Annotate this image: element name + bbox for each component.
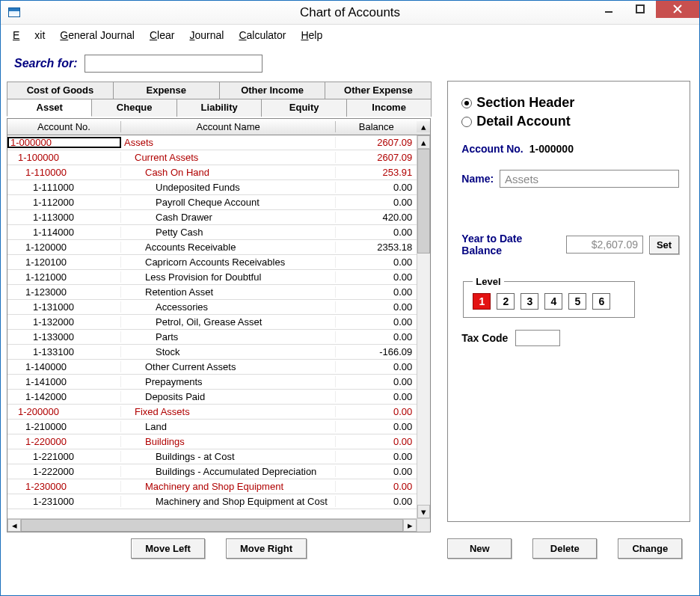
move-left-button[interactable]: Move Left — [131, 538, 205, 559]
col-header-account-no[interactable]: Account No. — [7, 121, 121, 132]
cell-account-name: Accessories — [121, 301, 336, 313]
radio-detail-account-label: Detail Account — [476, 114, 570, 129]
set-button[interactable]: Set — [649, 236, 679, 254]
search-input[interactable] — [85, 55, 262, 73]
level-3[interactable]: 3 — [521, 293, 538, 310]
level-5[interactable]: 5 — [568, 293, 586, 310]
cell-account-name: Capricorn Accounts Receivables — [121, 256, 336, 268]
scroll-thumb[interactable] — [417, 149, 430, 254]
col-header-account-name[interactable]: Account Name — [121, 121, 336, 132]
tab-income[interactable]: Income — [346, 99, 432, 117]
table-row[interactable]: 1-120000Accounts Receivable2353.18 — [7, 240, 417, 255]
table-row[interactable]: 1-000000Assets2607.09 — [7, 135, 417, 150]
table-row[interactable]: 1-123000Retention Asset0.00 — [7, 285, 417, 300]
scroll-right-icon[interactable]: ▸ — [403, 519, 417, 532]
tab-liability[interactable]: Liability — [176, 99, 262, 117]
table-row[interactable]: 1-220000Buildings0.00 — [7, 434, 417, 449]
level-2[interactable]: 2 — [497, 293, 515, 310]
table-row[interactable]: 1-111000Undeposited Funds0.00 — [7, 180, 417, 195]
level-1[interactable]: 1 — [473, 293, 491, 310]
scroll-thumb[interactable] — [21, 519, 403, 532]
cell-balance: 0.00 — [336, 182, 417, 193]
menu-help[interactable]: Help — [293, 28, 330, 43]
cell-account-no: 1-142000 — [7, 391, 121, 402]
cell-balance: 2607.09 — [336, 137, 417, 148]
table-row[interactable]: 1-113000Cash Drawer420.00 — [7, 210, 417, 225]
search-label: Search for: — [14, 57, 77, 70]
tab-other-income[interactable]: Other Income — [219, 82, 326, 99]
level-4[interactable]: 4 — [544, 293, 562, 310]
tab-cost-of-goods[interactable]: Cost of Goods — [7, 82, 114, 99]
cell-account-no: 1-111000 — [7, 182, 121, 193]
level-label: Level — [473, 276, 503, 287]
cell-account-no: 1-230000 — [7, 481, 121, 492]
table-row[interactable]: 1-133000Parts0.00 — [7, 330, 417, 345]
cell-balance: 0.00 — [336, 331, 417, 342]
ytd-label: Year to Date Balance — [461, 233, 560, 256]
table-row[interactable]: 1-142000Deposits Paid0.00 — [7, 390, 417, 405]
change-button[interactable]: Change — [618, 538, 682, 559]
cell-account-no: 1-114000 — [7, 227, 121, 238]
table-row[interactable]: 1-112000Payroll Cheque Account0.00 — [7, 195, 417, 210]
menu-exit[interactable]: Exit — [5, 28, 52, 43]
vertical-scrollbar[interactable]: ▴ ▾ — [417, 135, 430, 518]
delete-button[interactable]: Delete — [532, 538, 597, 559]
window-title: Chart of Accounts — [1, 5, 699, 20]
cell-balance: 0.00 — [336, 451, 417, 462]
account-no-value: 1-000000 — [529, 143, 574, 155]
table-row[interactable]: 1-222000Buildings - Accumulated Deprecia… — [7, 464, 417, 479]
cell-account-name: Petrol, Oil, Grease Asset — [121, 316, 336, 328]
tab-other-expense[interactable]: Other Expense — [325, 82, 432, 99]
cell-account-no: 1-200000 — [7, 406, 121, 417]
table-row[interactable]: 1-200000Fixed Assets0.00 — [7, 405, 417, 420]
scroll-up-icon[interactable]: ▴ — [417, 121, 430, 132]
level-6[interactable]: 6 — [592, 293, 610, 310]
scroll-up-icon[interactable]: ▴ — [417, 135, 430, 149]
table-row[interactable]: 1-132000Petrol, Oil, Grease Asset0.00 — [7, 315, 417, 330]
cell-balance: 0.00 — [336, 286, 417, 298]
table-row[interactable]: 1-221000Buildings - at Cost0.00 — [7, 449, 417, 464]
cell-account-no: 1-120100 — [7, 256, 121, 268]
tab-cheque[interactable]: Cheque — [91, 99, 176, 117]
tab-expense[interactable]: Expense — [113, 82, 220, 99]
name-input[interactable]: Assets — [500, 170, 679, 188]
scroll-left-icon[interactable]: ◂ — [7, 519, 21, 532]
table-row[interactable]: 1-231000Machinery and Shop Equipment at … — [7, 494, 417, 509]
table-row[interactable]: 1-230000Machinery and Shop Equipment0.00 — [7, 479, 417, 494]
table-row[interactable]: 1-114000Petty Cash0.00 — [7, 225, 417, 240]
ytd-balance-input[interactable]: $2,607.09 — [566, 236, 643, 254]
new-button[interactable]: New — [447, 538, 512, 559]
table-row[interactable]: 1-141000Prepayments0.00 — [7, 375, 417, 390]
cell-account-name: Fixed Assets — [121, 406, 336, 417]
table-row[interactable]: 1-121000Less Provision for Doubtful0.00 — [7, 270, 417, 285]
scroll-down-icon[interactable]: ▾ — [417, 505, 430, 518]
radio-detail-account[interactable] — [461, 117, 472, 127]
tab-asset[interactable]: Asset — [7, 99, 92, 117]
menu-clear[interactable]: Clear — [142, 28, 182, 43]
cell-balance: 0.00 — [336, 406, 417, 417]
tabstrip: Cost of Goods Expense Other Income Other… — [7, 82, 431, 117]
table-row[interactable]: 1-110000Cash On Hand253.91 — [7, 165, 417, 180]
cell-balance: 0.00 — [336, 316, 417, 328]
cell-account-no: 1-110000 — [7, 167, 121, 178]
table-row[interactable]: 1-140000Other Current Assets0.00 — [7, 360, 417, 375]
cell-balance: 0.00 — [336, 466, 417, 477]
radio-section-header-label: Section Header — [476, 95, 574, 111]
move-right-button[interactable]: Move Right — [226, 538, 307, 559]
cell-account-no: 1-133000 — [7, 331, 121, 342]
col-header-balance[interactable]: Balance — [336, 121, 417, 132]
menu-calculator[interactable]: Calculator — [231, 28, 293, 43]
tax-code-input[interactable] — [515, 330, 560, 346]
table-row[interactable]: 1-131000Accessories0.00 — [7, 300, 417, 315]
menu-journal[interactable]: Journal — [182, 28, 231, 43]
cell-account-no: 1-121000 — [7, 271, 121, 283]
menu-general-journal[interactable]: General Journal — [52, 28, 142, 43]
horizontal-scrollbar[interactable]: ◂ ▸ — [7, 518, 417, 532]
table-row[interactable]: 1-120100Capricorn Accounts Receivables0.… — [7, 255, 417, 270]
table-row[interactable]: 1-210000Land0.00 — [7, 420, 417, 434]
table-row[interactable]: 1-133100Stock-166.09 — [7, 345, 417, 360]
table-row[interactable]: 1-100000Current Assets2607.09 — [7, 150, 417, 165]
radio-section-header[interactable] — [461, 98, 472, 108]
cell-account-name: Prepayments — [121, 376, 336, 387]
tab-equity[interactable]: Equity — [261, 99, 346, 117]
